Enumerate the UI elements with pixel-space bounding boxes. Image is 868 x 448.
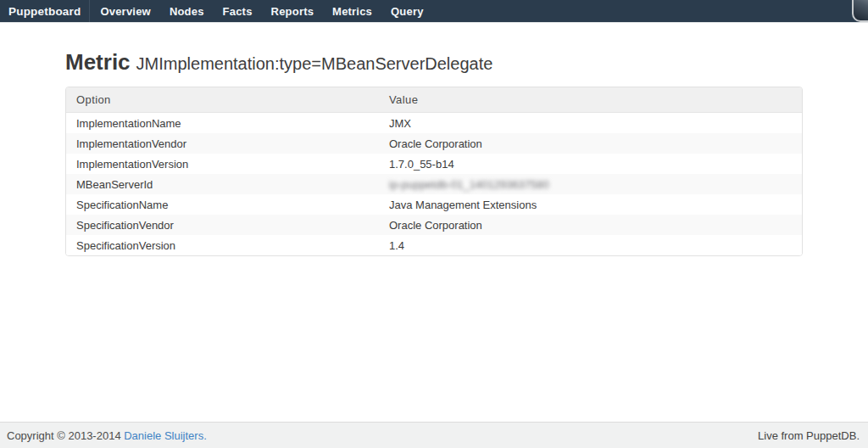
navbar-brand[interactable]: Puppetboard — [0, 0, 90, 22]
table-header-row: Option Value — [66, 87, 802, 113]
nav-item-query[interactable]: Query — [381, 0, 433, 22]
option-cell: ImplementationName — [66, 117, 389, 130]
author-link[interactable]: Daniele Sluijters. — [124, 429, 207, 442]
table-row: SpecificationVendor Oracle Corporation — [66, 215, 802, 235]
value-cell-redacted: ip-puppetdb-01_1401293637580 — [389, 178, 802, 191]
option-cell: ImplementationVersion — [66, 158, 389, 171]
option-cell: MBeanServerId — [66, 178, 389, 191]
page-title-subtitle: JMImplementation:type=MBeanServerDelegat… — [136, 54, 493, 74]
top-navbar: Puppetboard Overview Nodes Facts Reports… — [0, 0, 868, 23]
value-cell: Oracle Corporation — [389, 137, 802, 150]
value-cell: Oracle Corporation — [389, 219, 802, 232]
corner-widget-icon — [852, 0, 868, 22]
column-header-value: Value — [389, 93, 802, 106]
option-cell: ImplementationVendor — [66, 137, 389, 150]
table-row: SpecificationName Java Management Extens… — [66, 194, 802, 215]
page-footer: Copyright © 2013-2014 Daniele Sluijters.… — [0, 422, 868, 448]
table-row: ImplementationVendor Oracle Corporation — [66, 133, 802, 154]
page-title: Metric JMImplementation:type=MBeanServer… — [65, 49, 868, 76]
page-title-main: Metric — [65, 49, 131, 76]
navbar-items: Overview Nodes Facts Reports Metrics Que… — [91, 0, 432, 22]
value-cell: Java Management Extensions — [389, 199, 802, 211]
option-cell: SpecificationVersion — [66, 239, 389, 252]
nav-item-reports[interactable]: Reports — [262, 0, 324, 22]
redacted-value: ip-puppetdb-01_1401293637580 — [389, 178, 549, 191]
table-row: MBeanServerId ip-puppetdb-01_14012936375… — [66, 174, 802, 194]
nav-item-metrics[interactable]: Metrics — [323, 0, 381, 22]
nav-item-facts[interactable]: Facts — [214, 0, 262, 22]
footer-status: Live from PuppetDB. — [758, 429, 860, 442]
value-cell: 1.4 — [389, 239, 802, 252]
footer-copyright: Copyright © 2013-2014 Daniele Sluijters. — [7, 429, 207, 442]
column-header-option: Option — [66, 93, 389, 106]
metric-table: Option Value ImplementationName JMX Impl… — [65, 87, 803, 256]
table-row: SpecificationVersion 1.4 — [66, 235, 802, 255]
nav-item-overview[interactable]: Overview — [91, 0, 159, 22]
table-row: ImplementationVersion 1.7.0_55-b14 — [66, 154, 802, 174]
option-cell: SpecificationName — [66, 199, 389, 211]
nav-item-nodes[interactable]: Nodes — [160, 0, 214, 22]
option-cell: SpecificationVendor — [66, 219, 389, 232]
value-cell: JMX — [389, 117, 802, 130]
main-content: Metric JMImplementation:type=MBeanServer… — [0, 23, 868, 256]
copyright-text: Copyright © 2013-2014 — [7, 429, 121, 442]
value-cell: 1.7.0_55-b14 — [389, 158, 802, 171]
table-row: ImplementationName JMX — [66, 113, 802, 133]
